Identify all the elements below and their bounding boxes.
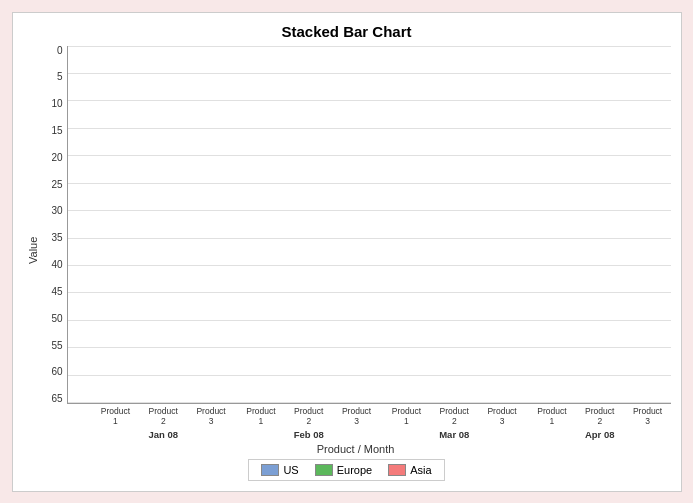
plot-area: 65605550454035302520151050: [41, 46, 671, 405]
y-tick: 45: [41, 287, 63, 297]
x-axis-title: Product / Month: [41, 443, 671, 455]
x-product-label: Product3: [479, 406, 525, 426]
x-product-label: Product1: [238, 406, 284, 426]
y-ticks: 65605550454035302520151050: [41, 46, 63, 405]
x-month-group: Product1Product2Product3Apr 08: [529, 406, 671, 439]
y-tick: 50: [41, 314, 63, 324]
y-tick: 10: [41, 99, 63, 109]
bars-row: [68, 46, 671, 404]
bars-and-grid: [67, 46, 671, 405]
legend-item: Asia: [388, 464, 431, 476]
x-product-label: Product3: [625, 406, 671, 426]
legend-item: Europe: [315, 464, 372, 476]
chart-area: Value 65605550454035302520151050 Product…: [23, 46, 671, 455]
y-tick: 60: [41, 367, 63, 377]
y-axis-label: Value: [23, 46, 41, 455]
x-month-label: Apr 08: [585, 429, 615, 440]
chart-title: Stacked Bar Chart: [281, 23, 411, 40]
x-product-label: Product1: [529, 406, 575, 426]
legend-item: US: [261, 464, 298, 476]
x-month-group: Product1Product2Product3Jan 08: [93, 406, 235, 439]
y-tick: 65: [41, 394, 63, 404]
y-tick: 25: [41, 180, 63, 190]
x-month-label: Feb 08: [294, 429, 324, 440]
y-tick: 30: [41, 206, 63, 216]
x-product-label: Product1: [384, 406, 430, 426]
x-month-label: Mar 08: [439, 429, 469, 440]
x-product-label: Product2: [431, 406, 477, 426]
x-month-group: Product1Product2Product3Mar 08: [384, 406, 526, 439]
legend-swatch: [315, 464, 333, 476]
x-product-label: Product2: [140, 406, 186, 426]
x-labels-area: Product1Product2Product3Jan 08Product1Pr…: [41, 406, 671, 439]
y-tick: 5: [41, 72, 63, 82]
chart-inner: 65605550454035302520151050 Product1Produ…: [41, 46, 671, 455]
x-product-label: Product2: [577, 406, 623, 426]
x-product-label: Product2: [286, 406, 332, 426]
legend: USEuropeAsia: [248, 459, 444, 481]
x-month-label: Jan 08: [148, 429, 178, 440]
x-product-label: Product1: [93, 406, 139, 426]
x-product-label: Product3: [188, 406, 234, 426]
x-product-label: Product3: [334, 406, 380, 426]
y-tick: 55: [41, 341, 63, 351]
legend-swatch: [388, 464, 406, 476]
legend-label: Europe: [337, 464, 372, 476]
legend-label: US: [283, 464, 298, 476]
y-tick: 15: [41, 126, 63, 136]
y-tick: 0: [41, 46, 63, 56]
chart-container: Stacked Bar Chart Value 6560555045403530…: [12, 12, 682, 492]
y-tick: 20: [41, 153, 63, 163]
y-tick: 40: [41, 260, 63, 270]
legend-swatch: [261, 464, 279, 476]
legend-label: Asia: [410, 464, 431, 476]
x-month-group: Product1Product2Product3Feb 08: [238, 406, 380, 439]
y-tick: 35: [41, 233, 63, 243]
